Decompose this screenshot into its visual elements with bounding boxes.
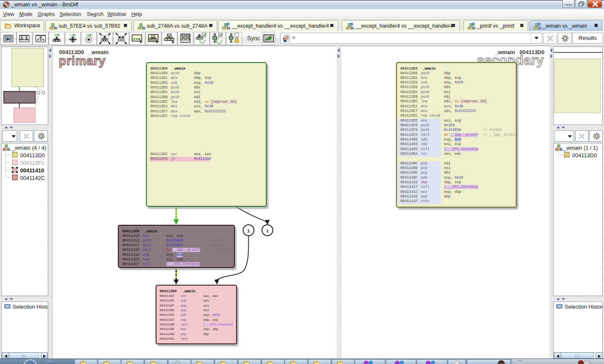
svg-text:1: 1 [266,229,269,234]
svg-text:1: 1 [247,229,250,234]
